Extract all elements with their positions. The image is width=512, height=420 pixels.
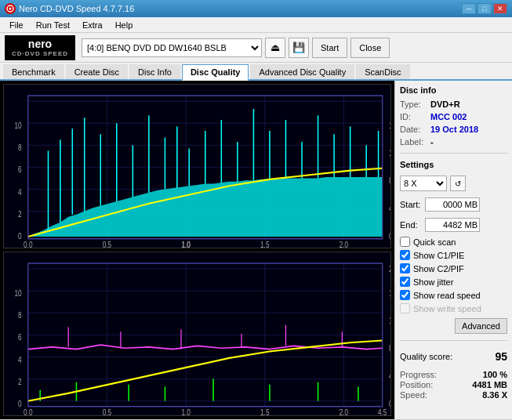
start-btn[interactable]: Start — [312, 38, 347, 58]
show-jitter-row: Show jitter — [400, 277, 507, 287]
svg-text:0.5: 0.5 — [103, 407, 112, 415]
settings-refresh-btn[interactable]: ↺ — [450, 176, 466, 191]
svg-text:8: 8 — [18, 310, 22, 320]
svg-text:1.5: 1.5 — [260, 240, 270, 248]
show-read-speed-row: Show read speed — [400, 290, 507, 300]
svg-rect-58 — [4, 252, 390, 415]
settings-title: Settings — [400, 160, 507, 169]
svg-text:4: 4 — [18, 354, 22, 364]
menu-file[interactable]: File — [3, 19, 30, 31]
svg-text:12: 12 — [389, 148, 390, 158]
minimize-btn[interactable]: ─ — [462, 3, 476, 14]
svg-point-1 — [9, 8, 12, 10]
start-row: Start: — [400, 197, 507, 212]
show-c1pie-label: Show C1/PIE — [413, 251, 464, 260]
speed-row-progress: Speed: 8.36 X — [400, 390, 507, 400]
save-btn[interactable]: 💾 — [289, 38, 309, 58]
svg-text:10: 10 — [14, 121, 22, 131]
title-bar: Nero CD-DVD Speed 4.7.7.16 ─ □ ✕ — [0, 0, 512, 17]
show-c2pif-row: Show C2/PIF — [400, 263, 507, 273]
svg-text:4: 4 — [389, 371, 390, 381]
tab-advanced-disc-quality[interactable]: Advanced Disc Quality — [250, 64, 354, 79]
disc-label-row: Label: - — [400, 137, 507, 147]
date-value: 19 Oct 2018 — [430, 125, 478, 134]
show-c1pie-checkbox[interactable] — [400, 250, 410, 260]
quality-score-label: Quality score: — [400, 352, 452, 361]
svg-text:1.0: 1.0 — [181, 240, 191, 248]
menu-run-test[interactable]: Run Test — [30, 19, 76, 31]
menu-help[interactable]: Help — [109, 19, 140, 31]
id-label: ID: — [400, 112, 427, 121]
tab-benchmark[interactable]: Benchmark — [3, 64, 64, 79]
svg-text:8: 8 — [18, 143, 22, 153]
svg-text:2: 2 — [18, 208, 22, 219]
tab-scandisc[interactable]: ScanDisc — [356, 64, 409, 79]
show-write-speed-label: Show write speed — [413, 304, 481, 313]
speed-label: Speed: — [400, 390, 427, 400]
svg-text:16: 16 — [389, 288, 390, 299]
show-write-speed-checkbox[interactable] — [400, 303, 410, 313]
svg-text:8: 8 — [389, 176, 390, 186]
start-label: Start: — [400, 200, 422, 209]
type-value: DVD+R — [430, 100, 460, 109]
show-jitter-checkbox[interactable] — [400, 277, 410, 287]
quick-scan-label: Quick scan — [413, 237, 456, 247]
progress-label: Progress: — [400, 370, 437, 379]
tab-create-disc[interactable]: Create Disc — [66, 64, 128, 79]
close-btn[interactable]: ✕ — [493, 3, 507, 14]
label-label: Label: — [400, 137, 427, 147]
speed-value: 8.36 X — [482, 390, 507, 400]
advanced-btn[interactable]: Advanced — [455, 318, 507, 334]
app-icon — [5, 3, 16, 14]
tab-disc-quality[interactable]: Disc Quality — [182, 64, 249, 81]
svg-text:2.0: 2.0 — [340, 407, 349, 415]
show-c2pif-checkbox[interactable] — [400, 263, 410, 273]
svg-text:12: 12 — [389, 316, 390, 326]
drive-select[interactable]: [4:0] BENQ DVD DD DW1640 BSLB — [82, 38, 262, 57]
tabs: Benchmark Create Disc Disc Info Disc Qua… — [0, 63, 512, 81]
progress-value: 100 % — [483, 370, 507, 379]
show-read-speed-checkbox[interactable] — [400, 290, 410, 300]
progress-section: Progress: 100 % Position: 4481 MB Speed:… — [400, 369, 507, 400]
end-field[interactable] — [425, 218, 480, 232]
disc-date-row: Date: 19 Oct 2018 — [400, 125, 507, 134]
svg-text:6: 6 — [18, 332, 22, 342]
svg-text:10: 10 — [14, 288, 22, 299]
id-value: MCC 002 — [430, 112, 467, 121]
toolbar: nero CD·DVD SPEED [4:0] BENQ DVD DD DW16… — [0, 33, 512, 63]
quality-score-row: Quality score: 95 — [400, 350, 507, 363]
main-content: 0 2 4 6 8 10 0 4 8 12 16 0.0 0.5 1.0 1.5… — [0, 81, 512, 419]
divider-1 — [400, 153, 507, 154]
svg-text:4: 4 — [389, 203, 390, 213]
toolbar-close-btn[interactable]: Close — [350, 38, 390, 58]
show-c1pie-row: Show C1/PIE — [400, 250, 507, 260]
start-field[interactable] — [425, 197, 480, 212]
svg-text:1.0: 1.0 — [181, 407, 191, 415]
show-c2pif-label: Show C2/PIF — [413, 264, 464, 273]
menu-bar: File Run Test Extra Help — [0, 17, 512, 33]
maximize-btn[interactable]: □ — [478, 3, 492, 14]
svg-text:20: 20 — [389, 264, 390, 274]
end-label: End: — [400, 220, 422, 230]
speed-select[interactable]: 8 X MAX 2 X 4 X 12 X 16 X — [400, 176, 447, 191]
disc-id-row: ID: MCC 002 — [400, 112, 507, 121]
eject-btn[interactable]: ⏏ — [265, 38, 285, 58]
position-row: Position: 4481 MB — [400, 380, 507, 389]
show-read-speed-label: Show read speed — [413, 291, 481, 300]
label-value: - — [430, 137, 434, 147]
show-write-speed-row: Show write speed — [400, 303, 507, 313]
menu-extra[interactable]: Extra — [76, 19, 109, 31]
svg-text:16: 16 — [389, 121, 390, 131]
divider-2 — [400, 340, 507, 341]
tab-disc-info[interactable]: Disc Info — [129, 64, 180, 79]
quality-score-value: 95 — [495, 350, 507, 363]
quick-scan-checkbox[interactable] — [400, 237, 410, 247]
svg-text:2.0: 2.0 — [340, 240, 349, 248]
svg-text:0: 0 — [389, 230, 390, 241]
disc-type-row: Type: DVD+R — [400, 100, 507, 109]
svg-text:4.5: 4.5 — [378, 407, 387, 415]
charts-area: 0 2 4 6 8 10 0 4 8 12 16 0.0 0.5 1.0 1.5… — [0, 81, 394, 419]
end-row: End: — [400, 218, 507, 232]
type-label: Type: — [400, 100, 427, 109]
pi-failures-chart: 0 2 4 6 8 10 0 4 8 12 16 20 0.0 0.5 1.0 … — [3, 252, 391, 416]
